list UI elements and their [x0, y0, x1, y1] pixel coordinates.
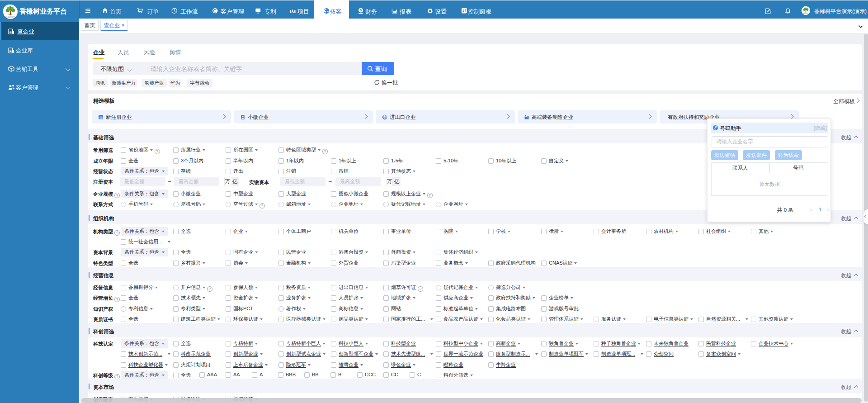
svg-text:香橼树科技: 香橼树科技: [6, 16, 15, 18]
svg-text:香橼树科技: 香橼树科技: [803, 13, 809, 14]
